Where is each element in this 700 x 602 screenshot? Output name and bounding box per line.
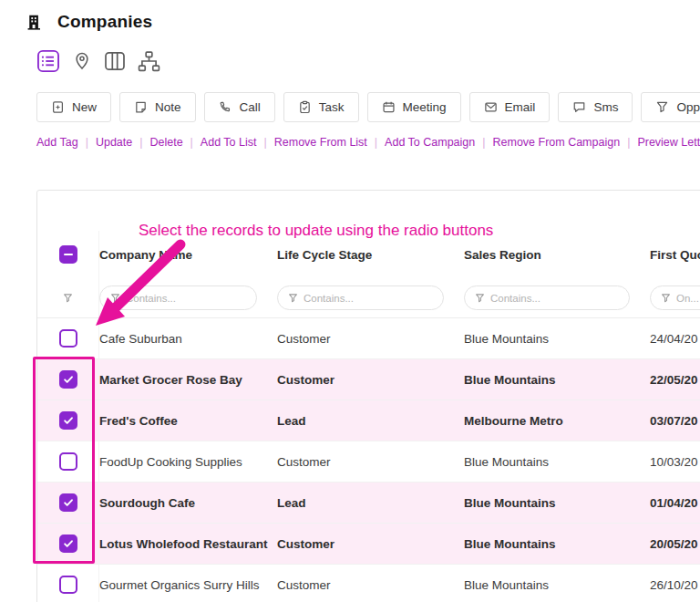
action-link-add-to-list[interactable]: Add To List [201,136,274,149]
company-name-cell: Lotus Wholefood Restaurant [99,537,277,551]
note-button[interactable]: Note [119,92,196,122]
table-row[interactable]: Cafe SuburbanCustomerBlue Mountains24/04… [37,318,700,359]
filter-text-input[interactable] [676,293,700,304]
first-quote-cell: 26/10/20 [650,578,700,592]
hierarchy-view-button[interactable] [138,50,160,73]
company-name-cell: Fred's Coffee [99,414,277,428]
filter-text-input[interactable] [490,293,619,304]
action-link-remove-from-list[interactable]: Remove From List [274,136,385,149]
email-button[interactable]: Email [469,92,551,122]
first-quote-cell: 24/04/20 [650,332,700,346]
button-label: Sms [593,100,618,114]
list-view-button[interactable] [36,49,60,73]
filter-text-input[interactable] [304,293,433,304]
company-name-cell: Gourmet Organics Surry Hills [99,578,277,592]
new-button[interactable]: New [36,92,111,122]
life-cycle-stage-cell: Customer [277,455,464,469]
row-checkbox[interactable] [59,329,77,348]
life-cycle-stage-cell: Lead [277,414,464,428]
table-row[interactable]: Sourdough CafeLeadBlue Mountains01/04/20 [37,483,700,524]
sales-region-cell: Melbourne Metro [464,414,650,428]
task-button[interactable]: Task [283,92,359,122]
company-name-cell: Cafe Suburban [99,332,277,346]
filter-input-life-cycle-stage[interactable] [277,285,444,310]
row-checkbox-cell [37,400,99,441]
company-name-cell: Sourdough Cafe [99,496,277,510]
life-cycle-stage-cell: Customer [277,578,464,592]
table-row[interactable]: Lotus Wholefood RestaurantCustomerBlue M… [37,524,700,565]
action-link-preview-letter[interactable]: Preview Letter [637,136,700,149]
app-header: Companies [0,0,700,32]
company-name-cell: Market Grocer Rose Bay [99,373,277,387]
email-icon [484,100,498,114]
column-header-life-cycle-stage[interactable]: Life Cycle Stage [277,248,464,262]
sales-region-cell: Blue Mountains [464,332,650,346]
row-checkbox[interactable] [59,452,77,471]
action-link-add-tag[interactable]: Add Tag [36,136,96,149]
sales-region-cell: Blue Mountains [464,537,650,551]
table-row[interactable]: Fred's CoffeeLeadMelbourne Metro03/07/20 [37,400,700,441]
column-header-first-quote[interactable]: First Quote [650,248,700,262]
map-view-button[interactable] [72,51,92,71]
sms-button[interactable]: Sms [558,92,633,122]
call-button[interactable]: Call [204,92,275,122]
meeting-icon [382,100,396,114]
company-name-cell: FoodUp Cooking Supplies [99,455,277,469]
bulk-actions: Add TagUpdateDeleteAdd To ListRemove Fro… [36,136,700,149]
funnel-icon [288,293,298,303]
filter-input-company-name[interactable] [99,285,257,310]
row-checkbox-cell [37,318,99,358]
opportunity-icon [655,100,669,114]
sms-icon [572,100,586,114]
filter-input-sales-region[interactable] [464,285,630,310]
action-link-add-to-campaign[interactable]: Add To Campaign [385,136,492,149]
select-all-checkbox[interactable] [59,245,77,264]
meeting-button[interactable]: Meeting [367,92,461,122]
first-quote-cell: 10/03/20 [650,455,700,469]
table-row[interactable]: Gourmet Organics Surry HillsCustomerBlue… [37,565,700,602]
button-label: Meeting [403,100,447,114]
row-checkbox[interactable] [59,411,77,430]
sales-region-cell: Blue Mountains [464,578,650,592]
row-checkbox[interactable] [59,370,77,389]
filter-funnel-icon [37,278,99,317]
table-row[interactable]: Market Grocer Rose BayCustomerBlue Mount… [37,359,700,400]
funnel-icon [661,293,671,303]
button-label: Task [319,100,345,114]
action-link-update[interactable]: Update [96,136,150,149]
row-checkbox[interactable] [59,576,77,594]
button-label: Call [240,100,261,114]
row-checkbox[interactable] [59,535,77,553]
life-cycle-stage-cell: Customer [277,373,464,387]
filter-text-input[interactable] [126,293,246,304]
sales-region-cell: Blue Mountains [464,455,650,469]
row-checkbox-cell [37,483,99,523]
button-label: Opportunity [676,100,700,114]
table-header-row: Company NameLife Cycle StageSales Region… [37,231,700,278]
row-checkbox[interactable] [59,493,77,512]
button-label: Email [505,100,536,114]
sales-region-cell: Blue Mountains [464,496,650,510]
button-label: New [72,100,97,114]
life-cycle-stage-cell: Lead [277,496,464,510]
first-quote-cell: 01/04/20 [650,496,700,510]
companies-icon [25,13,44,32]
opportunity-button[interactable]: Opportunity [641,92,700,122]
kanban-view-button[interactable] [104,50,126,72]
view-switcher [36,47,700,75]
column-header-sales-region[interactable]: Sales Region [464,248,650,262]
select-all-cell [37,231,99,278]
table-row[interactable]: FoodUp Cooking SuppliesCustomerBlue Moun… [37,441,700,483]
column-header-company-name[interactable]: Company Name [99,248,277,262]
filter-input-first-quote[interactable] [650,285,700,310]
row-checkbox-cell [37,359,99,400]
action-link-delete[interactable]: Delete [149,136,200,149]
toolbar: NewNoteCallTaskMeetingEmailSmsOpportunit… [36,92,700,122]
filter-row [37,278,700,318]
task-icon [298,100,312,114]
call-icon [219,100,232,114]
first-quote-cell: 20/05/20 [650,537,700,551]
funnel-icon [475,293,485,303]
action-link-remove-from-campaign[interactable]: Remove From Campaign [492,136,637,149]
life-cycle-stage-cell: Customer [277,332,464,346]
